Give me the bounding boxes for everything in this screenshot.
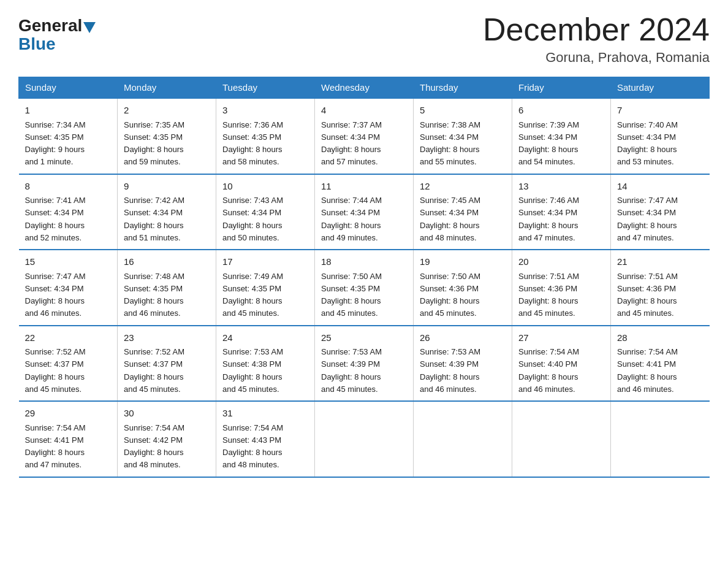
calendar-cell: 8Sunrise: 7:41 AMSunset: 4:34 PMDaylight… — [19, 174, 118, 250]
day-info: Sunrise: 7:54 AMSunset: 4:43 PMDaylight:… — [222, 423, 283, 470]
day-info: Sunrise: 7:46 AMSunset: 4:34 PMDaylight:… — [518, 196, 579, 242]
calendar-cell: 30Sunrise: 7:54 AMSunset: 4:42 PMDayligh… — [118, 401, 216, 477]
day-info: Sunrise: 7:51 AMSunset: 4:36 PMDaylight:… — [617, 272, 678, 318]
day-info: Sunrise: 7:34 AMSunset: 4:35 PMDaylight:… — [25, 120, 86, 167]
day-info: Sunrise: 7:47 AMSunset: 4:34 PMDaylight:… — [25, 272, 86, 318]
day-info: Sunrise: 7:54 AMSunset: 4:41 PMDaylight:… — [25, 423, 86, 470]
logo: General Blue — [18, 12, 97, 54]
col-thursday: Thursday — [414, 77, 512, 99]
day-info: Sunrise: 7:48 AMSunset: 4:35 PMDaylight:… — [124, 272, 184, 318]
day-number: 25 — [321, 331, 407, 345]
day-info: Sunrise: 7:52 AMSunset: 4:37 PMDaylight:… — [25, 347, 86, 394]
day-info: Sunrise: 7:54 AMSunset: 4:40 PMDaylight:… — [518, 347, 579, 394]
calendar-cell: 9Sunrise: 7:42 AMSunset: 4:34 PMDaylight… — [118, 174, 216, 250]
calendar-cell — [611, 401, 710, 477]
day-number: 20 — [518, 255, 604, 269]
calendar-cell: 5Sunrise: 7:38 AMSunset: 4:34 PMDaylight… — [414, 98, 512, 174]
col-saturday: Saturday — [611, 77, 710, 99]
day-number: 24 — [222, 331, 308, 345]
day-number: 7 — [617, 104, 703, 118]
calendar-cell: 16Sunrise: 7:48 AMSunset: 4:35 PMDayligh… — [118, 250, 216, 326]
day-number: 10 — [222, 180, 308, 194]
calendar-cell: 26Sunrise: 7:53 AMSunset: 4:39 PMDayligh… — [414, 326, 512, 402]
logo-triangle-icon — [83, 22, 96, 33]
day-number: 16 — [124, 255, 210, 269]
week-row-1: 1Sunrise: 7:34 AMSunset: 4:35 PMDaylight… — [19, 98, 710, 174]
day-info: Sunrise: 7:49 AMSunset: 4:35 PMDaylight:… — [222, 272, 283, 318]
calendar-cell: 1Sunrise: 7:34 AMSunset: 4:35 PMDaylight… — [19, 98, 118, 174]
day-info: Sunrise: 7:36 AMSunset: 4:35 PMDaylight:… — [222, 120, 283, 167]
day-info: Sunrise: 7:40 AMSunset: 4:34 PMDaylight:… — [617, 120, 678, 167]
day-number: 30 — [124, 407, 210, 421]
calendar-cell — [414, 401, 512, 477]
calendar-cell: 4Sunrise: 7:37 AMSunset: 4:34 PMDaylight… — [315, 98, 414, 174]
day-number: 8 — [25, 180, 112, 194]
day-info: Sunrise: 7:53 AMSunset: 4:39 PMDaylight:… — [420, 347, 480, 394]
calendar-header: Sunday Monday Tuesday Wednesday Thursday… — [19, 77, 710, 99]
day-info: Sunrise: 7:37 AMSunset: 4:34 PMDaylight:… — [321, 120, 382, 167]
calendar-cell: 19Sunrise: 7:50 AMSunset: 4:36 PMDayligh… — [414, 250, 512, 326]
calendar-cell: 24Sunrise: 7:53 AMSunset: 4:38 PMDayligh… — [216, 326, 315, 402]
day-info: Sunrise: 7:53 AMSunset: 4:38 PMDaylight:… — [222, 347, 283, 394]
day-info: Sunrise: 7:42 AMSunset: 4:34 PMDaylight:… — [124, 196, 184, 242]
day-number: 2 — [124, 104, 210, 118]
day-number: 3 — [222, 104, 308, 118]
logo-general-text: General — [18, 17, 82, 34]
day-info: Sunrise: 7:53 AMSunset: 4:39 PMDaylight:… — [321, 347, 382, 394]
col-monday: Monday — [118, 77, 216, 99]
calendar-cell: 17Sunrise: 7:49 AMSunset: 4:35 PMDayligh… — [216, 250, 315, 326]
day-info: Sunrise: 7:54 AMSunset: 4:41 PMDaylight:… — [617, 347, 678, 394]
week-row-5: 29Sunrise: 7:54 AMSunset: 4:41 PMDayligh… — [19, 401, 710, 477]
calendar-cell — [315, 401, 414, 477]
day-number: 27 — [518, 331, 604, 345]
subtitle: Goruna, Prahova, Romania — [483, 50, 710, 66]
col-wednesday: Wednesday — [315, 77, 414, 99]
header-row: Sunday Monday Tuesday Wednesday Thursday… — [19, 77, 710, 99]
day-number: 15 — [25, 255, 112, 269]
calendar-table: Sunday Monday Tuesday Wednesday Thursday… — [18, 77, 710, 478]
calendar-cell: 7Sunrise: 7:40 AMSunset: 4:34 PMDaylight… — [611, 98, 710, 174]
day-info: Sunrise: 7:39 AMSunset: 4:34 PMDaylight:… — [518, 120, 579, 167]
day-number: 22 — [25, 331, 112, 345]
calendar-cell: 28Sunrise: 7:54 AMSunset: 4:41 PMDayligh… — [611, 326, 710, 402]
day-info: Sunrise: 7:44 AMSunset: 4:34 PMDaylight:… — [321, 196, 382, 242]
day-number: 21 — [617, 255, 703, 269]
day-number: 17 — [222, 255, 308, 269]
calendar-cell: 25Sunrise: 7:53 AMSunset: 4:39 PMDayligh… — [315, 326, 414, 402]
day-number: 29 — [25, 407, 112, 421]
day-info: Sunrise: 7:45 AMSunset: 4:34 PMDaylight:… — [420, 196, 480, 242]
calendar-cell: 29Sunrise: 7:54 AMSunset: 4:41 PMDayligh… — [19, 401, 118, 477]
header: General Blue December 2024 Goruna, Praho… — [18, 12, 710, 66]
day-number: 31 — [222, 407, 308, 421]
day-info: Sunrise: 7:47 AMSunset: 4:34 PMDaylight:… — [617, 196, 678, 242]
calendar-cell: 10Sunrise: 7:43 AMSunset: 4:34 PMDayligh… — [216, 174, 315, 250]
calendar-cell: 11Sunrise: 7:44 AMSunset: 4:34 PMDayligh… — [315, 174, 414, 250]
day-info: Sunrise: 7:41 AMSunset: 4:34 PMDaylight:… — [25, 196, 86, 242]
calendar-body: 1Sunrise: 7:34 AMSunset: 4:35 PMDaylight… — [19, 98, 710, 477]
calendar-cell — [512, 401, 611, 477]
day-number: 1 — [25, 104, 112, 118]
col-tuesday: Tuesday — [216, 77, 315, 99]
calendar-cell: 13Sunrise: 7:46 AMSunset: 4:34 PMDayligh… — [512, 174, 611, 250]
day-info: Sunrise: 7:51 AMSunset: 4:36 PMDaylight:… — [518, 272, 579, 318]
day-info: Sunrise: 7:35 AMSunset: 4:35 PMDaylight:… — [124, 120, 184, 167]
day-number: 11 — [321, 180, 407, 194]
calendar-cell: 22Sunrise: 7:52 AMSunset: 4:37 PMDayligh… — [19, 326, 118, 402]
calendar-cell: 21Sunrise: 7:51 AMSunset: 4:36 PMDayligh… — [611, 250, 710, 326]
col-sunday: Sunday — [19, 77, 118, 99]
calendar-cell: 12Sunrise: 7:45 AMSunset: 4:34 PMDayligh… — [414, 174, 512, 250]
day-info: Sunrise: 7:52 AMSunset: 4:37 PMDaylight:… — [124, 347, 184, 394]
day-number: 13 — [518, 180, 604, 194]
day-number: 6 — [518, 104, 604, 118]
day-number: 18 — [321, 255, 407, 269]
calendar-cell: 6Sunrise: 7:39 AMSunset: 4:34 PMDaylight… — [512, 98, 611, 174]
day-number: 4 — [321, 104, 407, 118]
title-area: December 2024 Goruna, Prahova, Romania — [483, 12, 710, 66]
day-info: Sunrise: 7:50 AMSunset: 4:35 PMDaylight:… — [321, 272, 382, 318]
calendar-cell: 14Sunrise: 7:47 AMSunset: 4:34 PMDayligh… — [611, 174, 710, 250]
calendar-cell: 31Sunrise: 7:54 AMSunset: 4:43 PMDayligh… — [216, 401, 315, 477]
day-info: Sunrise: 7:54 AMSunset: 4:42 PMDaylight:… — [124, 423, 184, 470]
logo-blue-text: Blue — [18, 34, 56, 53]
day-number: 5 — [420, 104, 506, 118]
day-number: 23 — [124, 331, 210, 345]
